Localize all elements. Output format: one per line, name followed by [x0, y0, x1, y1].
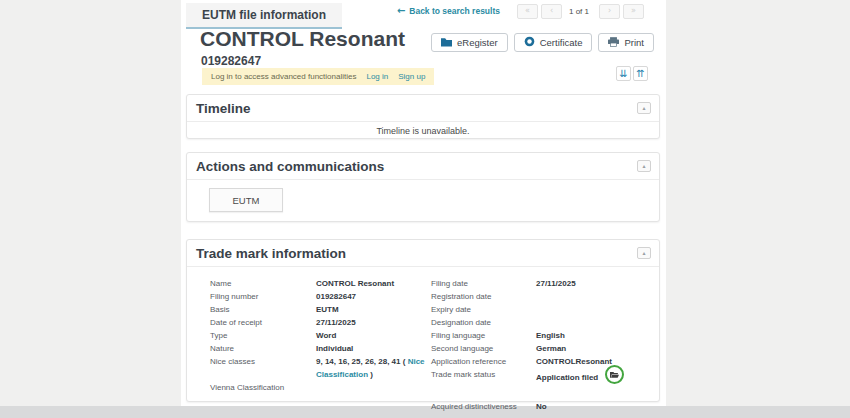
field-label: Filing date [431, 277, 536, 290]
section-view-toggles: ⇊ ⇈ [616, 66, 648, 81]
actions-tab-eutm[interactable]: EUTM [209, 188, 283, 212]
nice-classification-link[interactable]: Nice Classification [316, 357, 425, 379]
log-in-link[interactable]: Log in [366, 72, 388, 81]
eregister-folder-icon [441, 37, 452, 49]
field-row: Filing languageEnglish [431, 329, 651, 342]
sign-up-link[interactable]: Sign up [398, 72, 425, 81]
actions-collapse-icon: ▴ [643, 163, 646, 169]
collapse-all-icon: ⇊ [619, 69, 627, 79]
field-row: Expiry date [431, 303, 651, 316]
trade-mark-information-title: Trade mark information [196, 246, 346, 261]
field-label: Acquired distinctiveness [431, 400, 536, 413]
field-row: Trade mark statusApplication filed [431, 368, 651, 387]
field-label: Vienna Classification [210, 381, 316, 394]
actions-title: Actions and communications [196, 159, 384, 174]
field-label: Nice classes [210, 355, 316, 381]
timeline-section: Timeline ▴ Timeline is unavailable. [186, 94, 660, 139]
field-label: Name [210, 277, 316, 290]
field-label: Filing language [431, 329, 536, 342]
field-row: NatureIndividual [210, 342, 431, 355]
back-link-label: Back to search results [409, 6, 500, 16]
timeline-collapse-icon: ▴ [643, 105, 646, 111]
eregister-label: eRegister [457, 37, 498, 48]
field-value: Word [316, 329, 431, 342]
field-row: Nice classes9, 14, 16, 25, 26, 28, 41 ( … [210, 355, 431, 381]
certificate-button[interactable]: Certificate [514, 33, 593, 52]
certificate-seal-icon [524, 36, 535, 49]
field-value: CONTROL Resonant [316, 277, 431, 290]
field-value: 27/11/2025 [316, 316, 431, 329]
field-row: Second languageGerman [431, 342, 651, 355]
actions-communications-section: Actions and communications ▴ EUTM [186, 152, 660, 222]
field-label: Expiry date [431, 303, 536, 316]
timeline-header: Timeline ▴ [187, 95, 659, 122]
trade-mark-information-header: Trade mark information ▴ [187, 240, 659, 267]
trade-mark-status-icon [605, 365, 624, 384]
login-notice-message: Log in to access advanced functionalitie… [211, 72, 356, 81]
pagination-last-button[interactable]: » [623, 4, 644, 19]
trade-mark-fields-right-column: Filing date27/11/2025Registration dateEx… [431, 277, 651, 413]
application-number: 019282647 [201, 54, 261, 68]
field-row: Registration date [431, 290, 651, 303]
trade-mark-information-section: Trade mark information ▴ NameCONTROL Res… [186, 239, 660, 402]
field-value [536, 290, 651, 303]
timeline-title: Timeline [196, 101, 251, 116]
actions-header: Actions and communications ▴ [187, 153, 659, 180]
field-value: No [536, 400, 651, 413]
field-value [316, 381, 431, 394]
expand-all-icon: ⇈ [636, 69, 644, 79]
pagination-last-icon: » [631, 7, 636, 15]
pagination-next-button[interactable]: › [599, 4, 620, 19]
field-label: Registration date [431, 290, 536, 303]
field-value: CONTROLResonant [536, 355, 651, 368]
trade-mark-fields-left-column: NameCONTROL ResonantFiling number0192826… [210, 277, 431, 413]
field-row: Filing number019282647 [210, 290, 431, 303]
field-value: 019282647 [316, 290, 431, 303]
printer-icon [608, 37, 619, 49]
field-value: EUTM [316, 303, 431, 316]
field-value: 27/11/2025 [536, 277, 651, 290]
results-navigation-toolbar: ← Back to search results « ‹ 1 of 1 › » [397, 3, 644, 19]
pagination-previous-icon: ‹ [550, 7, 553, 15]
field-row: Designation date [431, 316, 651, 329]
field-label: Date of receipt [210, 316, 316, 329]
field-value: Application filed [536, 368, 651, 387]
header-actions: eRegister Certificate Print [431, 33, 654, 52]
trade-mark-information-collapse-button[interactable]: ▴ [637, 247, 651, 259]
print-label: Print [624, 37, 644, 48]
eutm-file-information-page: EUTM file information ← Back to search r… [0, 0, 850, 418]
tab-eutm-file-information[interactable]: EUTM file information [186, 3, 342, 29]
field-row: Date of receipt27/11/2025 [210, 316, 431, 329]
actions-tab-eutm-label: EUTM [233, 195, 260, 206]
field-label: Filing number [210, 290, 316, 303]
field-label: Basis [210, 303, 316, 316]
field-row: TypeWord [210, 329, 431, 342]
field-label: Type [210, 329, 316, 342]
field-value: Individual [316, 342, 431, 355]
trade-mark-fields: NameCONTROL ResonantFiling number0192826… [187, 267, 659, 413]
collapse-all-button[interactable]: ⇊ [616, 66, 631, 81]
field-row: NameCONTROL Resonant [210, 277, 431, 290]
back-to-search-results-link[interactable]: ← Back to search results [397, 6, 500, 16]
eregister-button[interactable]: eRegister [431, 33, 508, 52]
pagination-previous-button[interactable]: ‹ [541, 4, 562, 19]
certificate-label: Certificate [540, 37, 583, 48]
timeline-collapse-button[interactable]: ▴ [637, 102, 651, 114]
pagination-position: 1 of 1 [569, 7, 589, 16]
field-value: English [536, 329, 651, 342]
expand-all-button[interactable]: ⇈ [633, 66, 648, 81]
content-column: EUTM file information ← Back to search r… [181, 0, 666, 406]
field-row: Filing date27/11/2025 [431, 277, 651, 290]
field-label: Second language [431, 342, 536, 355]
field-label: Application reference [431, 355, 536, 368]
timeline-empty-message: Timeline is unavailable. [187, 122, 659, 140]
pagination-first-button[interactable]: « [517, 4, 538, 19]
field-value [536, 303, 651, 316]
field-label: Nature [210, 342, 316, 355]
pagination-next-icon: › [608, 7, 611, 15]
field-row: Acquired distinctivenessNo [431, 400, 651, 413]
field-label: Trade mark status [431, 368, 536, 387]
field-row: Vienna Classification [210, 381, 431, 394]
print-button[interactable]: Print [598, 33, 654, 52]
actions-collapse-button[interactable]: ▴ [637, 160, 651, 172]
